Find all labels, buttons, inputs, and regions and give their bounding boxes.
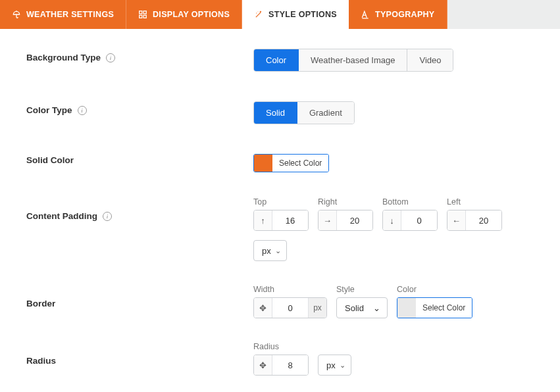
padding-left-input[interactable]	[466, 210, 501, 230]
padding-bottom-input[interactable]	[401, 210, 437, 230]
chevron-down-icon: ⌄	[275, 247, 281, 255]
color-type-solid-button[interactable]: Solid	[254, 102, 297, 124]
wand-icon	[254, 10, 263, 19]
color-type-gradient-button[interactable]: Gradient	[297, 102, 354, 124]
chevron-down-icon: ⌄	[373, 303, 380, 313]
color-swatch-icon	[254, 155, 272, 172]
segmented-background-type: Color Weather-based Image Video	[253, 49, 453, 72]
radius-label: Radius	[253, 342, 309, 351]
info-icon[interactable]: i	[106, 53, 115, 62]
select-color-label: Select Color	[272, 155, 328, 172]
move-icon: ✥	[254, 298, 272, 318]
bg-type-weather-image-button[interactable]: Weather-based Image	[299, 49, 407, 71]
svg-rect-1	[143, 11, 146, 14]
padding-right-input[interactable]	[337, 210, 372, 230]
tab-typography[interactable]: TYPOGRAPHY	[349, 0, 447, 29]
field-label: Content Padding	[26, 211, 97, 221]
umbrella-icon	[12, 10, 21, 19]
row-background-type: Background Type i Color Weather-based Im…	[26, 49, 540, 72]
row-solid-color: Solid Color Select Color	[26, 154, 540, 174]
chevron-down-icon: ⌄	[340, 361, 345, 370]
svg-rect-2	[140, 15, 142, 18]
padding-left-input-wrap: ←	[447, 210, 502, 231]
field-label: Solid Color	[26, 155, 74, 165]
padding-left-label: Left	[447, 197, 502, 207]
row-radius: Radius Radius ✥ px ⌄	[26, 341, 540, 376]
arrow-left-icon: ←	[447, 210, 466, 230]
border-color-picker[interactable]: Select Color	[397, 297, 472, 318]
segmented-color-type: Solid Gradient	[253, 101, 355, 124]
field-label: Border	[26, 299, 55, 308]
padding-bottom-input-wrap: ↓	[382, 210, 438, 231]
svg-rect-3	[143, 15, 146, 18]
radius-unit-select[interactable]: px ⌄	[318, 355, 351, 376]
padding-top-input-wrap: ↑	[253, 210, 309, 231]
arrow-up-icon: ↑	[254, 210, 272, 230]
unit-value: px	[326, 360, 336, 370]
padding-right-label: Right	[318, 197, 373, 207]
info-icon[interactable]: i	[78, 106, 87, 115]
radius-input[interactable]	[272, 355, 308, 375]
padding-top-input[interactable]	[272, 210, 308, 230]
field-label: Radius	[26, 356, 56, 366]
row-color-type: Color Type i Solid Gradient	[26, 101, 540, 124]
border-style-select[interactable]: Solid ⌄	[336, 297, 388, 318]
tab-weather-settings[interactable]: WEATHER SETTINGS	[0, 0, 126, 29]
row-content-padding: Content Padding i Top ↑ Right →	[26, 197, 540, 261]
padding-bottom-label: Bottom	[382, 197, 438, 207]
field-label: Background Type	[26, 53, 101, 62]
border-width-unit: px	[308, 298, 326, 318]
padding-unit-select[interactable]: px ⌄	[253, 240, 287, 261]
grid-icon	[138, 10, 147, 19]
info-icon[interactable]: i	[103, 212, 112, 221]
border-color-label: Color	[397, 285, 472, 294]
tab-label: DISPLAY OPTIONS	[153, 10, 230, 19]
tab-label: TYPOGRAPHY	[375, 10, 435, 19]
tab-bar: WEATHER SETTINGS DISPLAY OPTIONS STYLE O…	[0, 0, 560, 29]
tab-display-options[interactable]: DISPLAY OPTIONS	[126, 0, 242, 29]
tab-label: WEATHER SETTINGS	[26, 10, 114, 19]
bg-type-color-button[interactable]: Color	[254, 49, 299, 71]
border-style-value: Solid	[345, 303, 364, 313]
tab-style-options[interactable]: STYLE OPTIONS	[242, 0, 349, 29]
typography-icon	[361, 10, 370, 19]
border-width-label: Width	[253, 285, 327, 294]
move-icon: ✥	[254, 355, 272, 375]
border-style-label: Style	[336, 285, 388, 294]
solid-color-picker[interactable]: Select Color	[253, 154, 329, 172]
border-width-input[interactable]	[272, 298, 308, 318]
row-border: Border Width ✥ px Style Solid ⌄	[26, 284, 540, 318]
svg-rect-0	[140, 11, 142, 14]
color-swatch-icon	[397, 298, 416, 318]
unit-value: px	[262, 246, 271, 256]
panel-style-options: Background Type i Color Weather-based Im…	[0, 29, 560, 392]
padding-right-input-wrap: →	[318, 210, 373, 231]
arrow-down-icon: ↓	[383, 210, 401, 230]
arrow-right-icon: →	[318, 210, 337, 230]
padding-top-label: Top	[253, 197, 309, 207]
field-label: Color Type	[26, 105, 72, 115]
bg-type-video-button[interactable]: Video	[407, 49, 453, 71]
select-color-label: Select Color	[416, 298, 472, 318]
border-width-input-wrap: ✥ px	[253, 297, 327, 318]
radius-input-wrap: ✥	[253, 355, 309, 376]
tab-label: STYLE OPTIONS	[268, 10, 337, 19]
